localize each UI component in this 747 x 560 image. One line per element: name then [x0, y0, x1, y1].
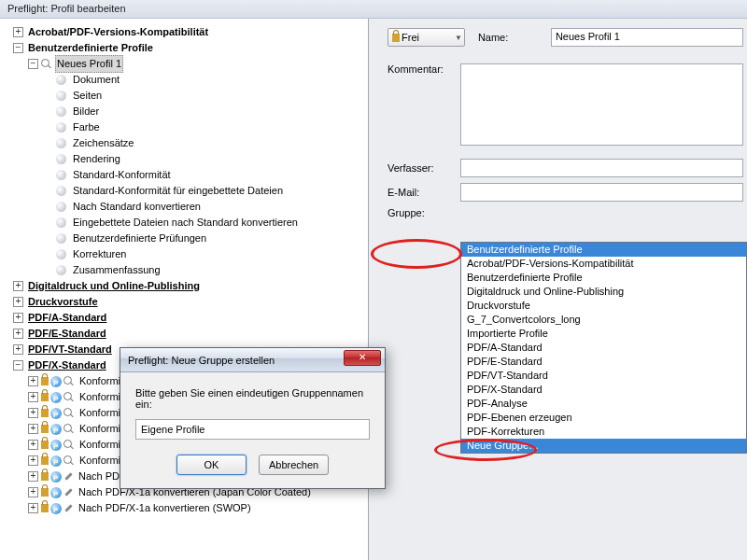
bullet-icon [56, 170, 66, 180]
bullet-icon [56, 106, 66, 117]
dropdown-option[interactable]: Digitaldruck und Online-Publishing [461, 285, 746, 299]
group-dropdown-list[interactable]: Benutzerdefinierte Profile Acrobat/PDF-V… [460, 242, 747, 454]
profile-icon [50, 376, 62, 387]
expand-icon[interactable]: + [28, 503, 38, 513]
ok-button[interactable]: OK [176, 455, 247, 475]
expand-icon[interactable]: + [28, 487, 38, 497]
dropdown-option[interactable]: PDF-Analyse [461, 397, 746, 411]
annotation-circle [371, 239, 462, 269]
dialog-title: Preflight: Neue Gruppe erstellen [128, 355, 275, 366]
lock-icon [392, 34, 400, 42]
wrench-icon [63, 487, 74, 497]
dropdown-option[interactable]: Druckvorstufe [461, 299, 746, 313]
expand-icon[interactable]: + [13, 329, 23, 339]
tree-item[interactable]: Zusammenfassung [13, 262, 366, 278]
dropdown-option[interactable]: Acrobat/PDF-Versions-Kompatibilität [461, 257, 746, 271]
tree-group[interactable]: +PDF/E-Standard [13, 326, 366, 342]
profile-icon [50, 455, 62, 467]
expand-icon[interactable]: + [28, 376, 38, 386]
expand-icon[interactable]: + [13, 281, 23, 291]
tree-group[interactable]: +Acrobat/PDF-Versions-Kompatibilität [13, 24, 366, 40]
expand-icon[interactable]: + [28, 440, 38, 450]
bullet-icon [56, 154, 66, 164]
comment-textarea[interactable] [460, 63, 743, 146]
tree-group[interactable]: +Digitaldruck und Online-Publishing [13, 278, 366, 294]
tree-group[interactable]: −Benutzerdefinierte Profile [13, 40, 366, 56]
cancel-button[interactable]: Abbrechen [259, 455, 329, 475]
collapse-icon[interactable]: − [13, 360, 23, 371]
expand-icon[interactable]: + [13, 297, 23, 307]
lock-icon [41, 425, 49, 433]
expand-icon[interactable]: + [28, 392, 38, 402]
dropdown-option[interactable]: PDF/A-Standard [461, 341, 746, 355]
bullet-icon [56, 186, 66, 196]
wrench-icon [63, 503, 74, 513]
tree-item[interactable]: Bilder [13, 104, 366, 119]
dropdown-option[interactable]: Benutzerdefinierte Profile [461, 243, 746, 257]
profile-icon [50, 424, 62, 435]
collapse-icon[interactable]: − [28, 59, 38, 69]
magnifier-icon [63, 424, 75, 435]
tree-item[interactable]: Benutzerdefinierte Prüfungen [13, 231, 366, 246]
profile-icon [50, 487, 62, 498]
bullet-icon [56, 75, 66, 85]
tree-item[interactable]: Korrekturen [13, 246, 366, 262]
dropdown-option[interactable]: PDF/VT-Standard [461, 369, 746, 383]
tree-profile[interactable]: −Neues Profil 1 [13, 56, 366, 72]
group-label: Gruppe: [388, 207, 460, 218]
bullet-icon [56, 249, 66, 259]
author-input[interactable] [460, 159, 743, 177]
lock-icon [41, 441, 49, 449]
dropdown-option[interactable]: PDF-Ebenen erzeugen [461, 411, 746, 425]
tree-item[interactable]: Eingebettete Dateien nach Standard konve… [13, 215, 366, 231]
tree-item[interactable]: Dokument [13, 72, 366, 88]
profile-icon [50, 440, 62, 451]
name-label: Name: [478, 32, 551, 43]
new-group-dialog: Preflight: Neue Gruppe erstellen ✕ Bitte… [120, 347, 386, 489]
dropdown-option[interactable]: Importierte Profile [461, 327, 746, 341]
expand-icon[interactable]: + [28, 408, 38, 418]
expand-icon[interactable]: + [13, 27, 23, 37]
bullet-icon [56, 233, 66, 244]
lock-dropdown[interactable]: Frei▼ [388, 28, 465, 47]
tree-item[interactable]: Nach Standard konvertieren [13, 199, 366, 215]
dropdown-option[interactable]: PDF/X-Standard [461, 383, 746, 397]
tree-item[interactable]: Zeichensätze [13, 135, 366, 151]
tree-item[interactable]: Seiten [13, 88, 366, 104]
lock-icon [41, 409, 49, 417]
tree-item[interactable]: Farbe [13, 119, 366, 135]
bullet-icon [56, 138, 66, 148]
profile-icon [50, 408, 62, 419]
magnifier-icon [63, 455, 75, 467]
tree-group[interactable]: +Druckvorstufe [13, 294, 366, 310]
dialog-titlebar[interactable]: Preflight: Neue Gruppe erstellen ✕ [120, 348, 385, 372]
bullet-icon [56, 265, 66, 275]
email-label: E-Mail: [388, 187, 460, 198]
close-button[interactable]: ✕ [344, 350, 381, 366]
expand-icon[interactable]: + [28, 424, 38, 434]
dropdown-option[interactable]: G_7_Convertcolors_long [461, 313, 746, 327]
dropdown-option[interactable]: Benutzerdefinierte Profile [461, 271, 746, 285]
tree-item[interactable]: Rendering [13, 151, 366, 167]
expand-icon[interactable]: + [28, 455, 38, 466]
chevron-down-icon: ▼ [455, 34, 462, 42]
name-input[interactable]: Neues Profil 1 [551, 28, 743, 47]
profile-form: Frei▼ Name: Neues Profil 1 Kommentar: Ve… [369, 19, 747, 560]
tree-profile[interactable]: +Nach PDF/X-1a konvertieren (SWOP) [13, 500, 366, 516]
profile-icon [50, 471, 62, 483]
dropdown-option[interactable]: PDF-Korrekturen [461, 425, 746, 439]
lock-icon [41, 472, 49, 481]
tree-item[interactable]: Standard-Konformität [13, 167, 366, 183]
bullet-icon [56, 91, 66, 101]
expand-icon[interactable]: + [13, 313, 23, 323]
group-name-input[interactable] [135, 419, 370, 440]
expand-icon[interactable]: + [28, 471, 38, 482]
dropdown-option[interactable]: PDF/E-Standard [461, 355, 746, 369]
lock-icon [41, 456, 49, 465]
expand-icon[interactable]: + [13, 344, 23, 355]
email-input[interactable] [460, 183, 743, 202]
tree-group[interactable]: +PDF/A-Standard [13, 310, 366, 326]
tree-item[interactable]: Standard-Konformität für eingebettete Da… [13, 183, 366, 199]
collapse-icon[interactable]: − [13, 43, 23, 53]
dropdown-option-new-group[interactable]: Neue Gruppe… [461, 439, 746, 453]
